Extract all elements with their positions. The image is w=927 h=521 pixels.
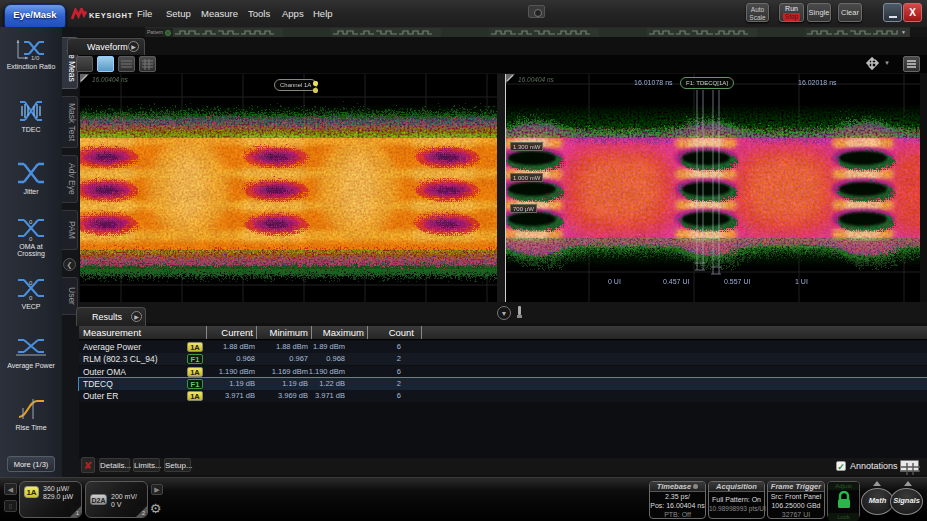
svg-text:0: 0 <box>29 219 33 225</box>
svg-text:0: 0 <box>29 295 33 301</box>
svg-text:1/0: 1/0 <box>31 55 40 61</box>
svg-text:0: 0 <box>29 236 33 242</box>
